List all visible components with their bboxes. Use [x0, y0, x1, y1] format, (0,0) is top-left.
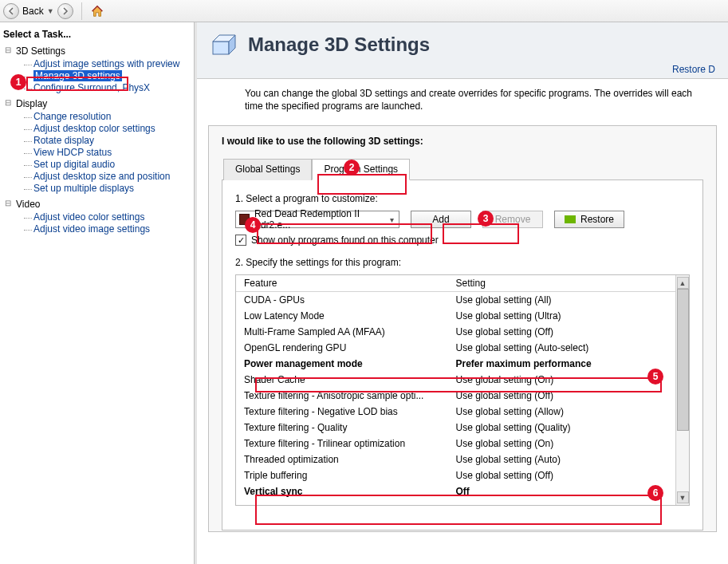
- settings-row[interactable]: Texture filtering - Anisotropic sample o…: [236, 388, 675, 404]
- settings-row[interactable]: Vertical syncOff: [236, 483, 675, 499]
- panel-title: I would like to use the following 3D set…: [222, 136, 703, 147]
- svg-rect-0: [213, 41, 229, 54]
- sidebar-item-desktop-size[interactable]: Adjust desktop size and position: [33, 171, 170, 182]
- program-select-value: Red Dead Redemption II (rdr2.e...: [254, 208, 385, 231]
- feature-cell: Vertical sync: [244, 486, 456, 497]
- sidebar-tree: 3D Settings Adjust image settings with p…: [2, 45, 192, 235]
- sidebar-group-video[interactable]: Video Adjust video color settings Adjust…: [5, 199, 192, 235]
- sidebar-item-rotate-display[interactable]: Rotate display: [33, 135, 94, 146]
- restore-button[interactable]: Restore: [554, 211, 624, 228]
- show-only-checkbox[interactable]: ✓: [235, 235, 246, 246]
- intro-text: You can change the global 3D settings an…: [197, 79, 728, 124]
- settings-row[interactable]: Threaded optimizationUse global setting …: [236, 452, 675, 467]
- remove-button: Remove: [482, 211, 543, 228]
- setting-cell: Use global setting (Allow): [456, 406, 668, 417]
- setting-cell: Use global setting (Auto): [456, 454, 668, 465]
- tab-body: 1. Select a program to customize: Red De…: [222, 179, 703, 530]
- col-feature: Feature: [244, 278, 456, 289]
- setting-cell: Use global setting (On): [456, 374, 668, 385]
- settings-row[interactable]: Triple bufferingUse global setting (Off): [236, 467, 675, 483]
- sidebar-group-label: Video: [16, 199, 40, 210]
- tab-global-settings[interactable]: Global Settings: [223, 159, 312, 180]
- settings-row[interactable]: Shader CacheUse global setting (On): [236, 372, 675, 388]
- page-title: Manage 3D Settings: [248, 34, 430, 56]
- scroll-thumb[interactable]: [677, 289, 689, 431]
- toolbar-separator: [81, 2, 82, 20]
- step1-label: 1. Select a program to customize:: [235, 193, 690, 204]
- settings-list: Feature Setting CUDA - GPUsUse global se…: [235, 274, 690, 506]
- back-button[interactable]: [3, 3, 19, 19]
- arrow-left-icon: [7, 7, 15, 15]
- content-pane: Manage 3D Settings Restore D You can cha…: [195, 22, 728, 564]
- feature-cell: CUDA - GPUs: [244, 294, 456, 306]
- setting-cell: Use global setting (Off): [456, 390, 668, 401]
- sidebar-group-display[interactable]: Display Change resolution Adjust desktop…: [5, 98, 192, 194]
- settings-list-header: Feature Setting: [236, 275, 675, 292]
- setting-cell: Use global setting (Auto-select): [456, 342, 668, 353]
- sidebar-item-video-color[interactable]: Adjust video color settings: [33, 211, 144, 223]
- sidebar-item-video-image[interactable]: Adjust video image settings: [33, 223, 150, 235]
- page-header: Manage 3D Settings Restore D: [197, 22, 728, 79]
- navigation-toolbar: Back ▼: [0, 0, 728, 22]
- back-dropdown-caret[interactable]: ▼: [47, 7, 54, 15]
- sidebar-item-manage-3d[interactable]: Manage 3D settings: [33, 70, 122, 81]
- program-icon: [239, 214, 250, 225]
- setting-cell: Prefer maximum performance: [456, 358, 668, 369]
- settings-row[interactable]: Texture filtering - QualityUse global se…: [236, 420, 675, 436]
- scroll-up-icon[interactable]: ▲: [677, 277, 689, 289]
- settings-panel: I would like to use the following 3D set…: [208, 125, 717, 532]
- settings-row[interactable]: Texture filtering - Trilinear optimizati…: [236, 436, 675, 452]
- feature-cell: Texture filtering - Negative LOD bias: [244, 406, 456, 417]
- sidebar-group-label: Display: [16, 98, 47, 109]
- scroll-down-icon[interactable]: ▼: [677, 491, 689, 503]
- feature-cell: Power management mode: [244, 358, 456, 369]
- program-select[interactable]: Red Dead Redemption II (rdr2.e... ▾: [235, 211, 399, 228]
- tab-program-settings[interactable]: Program Settings: [312, 159, 410, 180]
- restore-defaults-link[interactable]: Restore D: [672, 64, 715, 75]
- step2-label: 2. Specify the settings for this program…: [235, 257, 690, 268]
- settings-row[interactable]: Power management modePrefer maximum perf…: [236, 356, 675, 372]
- sidebar-item-surround[interactable]: Configure Surround, PhysX: [33, 82, 150, 93]
- sidebar-item-change-resolution[interactable]: Change resolution: [33, 111, 111, 122]
- setting-cell: Use global setting (On): [456, 438, 668, 449]
- setting-cell: Use global setting (Quality): [456, 422, 668, 433]
- settings-row[interactable]: Low Latency ModeUse global setting (Ultr…: [236, 308, 675, 324]
- feature-cell: Texture filtering - Trilinear optimizati…: [244, 438, 456, 449]
- back-label: Back: [22, 6, 44, 17]
- chevron-down-icon: ▾: [390, 215, 395, 224]
- feature-cell: Shader Cache: [244, 374, 456, 385]
- show-only-label: Show only programs found on this compute…: [251, 235, 439, 246]
- list-scrollbar[interactable]: ▲ ▼: [675, 275, 689, 505]
- scroll-track[interactable]: [677, 289, 689, 491]
- home-icon[interactable]: [90, 4, 104, 18]
- feature-cell: Multi-Frame Sampled AA (MFAA): [244, 326, 456, 337]
- sidebar-item-multiple-displays[interactable]: Set up multiple displays: [33, 183, 134, 194]
- task-sidebar: Select a Task... 3D Settings Adjust imag…: [0, 22, 195, 564]
- feature-cell: Texture filtering - Quality: [244, 422, 456, 433]
- nvidia-logo-icon: [565, 215, 576, 223]
- setting-cell: Use global setting (Ultra): [456, 310, 668, 321]
- sidebar-item-digital-audio[interactable]: Set up digital audio: [33, 159, 115, 170]
- arrow-right-icon: [61, 7, 69, 15]
- settings-row[interactable]: OpenGL rendering GPUUse global setting (…: [236, 340, 675, 356]
- col-setting: Setting: [456, 278, 668, 289]
- feature-cell: Triple buffering: [244, 470, 456, 481]
- settings-row[interactable]: CUDA - GPUsUse global setting (All): [236, 292, 675, 308]
- forward-button[interactable]: [57, 3, 73, 19]
- add-button[interactable]: Add: [411, 211, 471, 228]
- sidebar-item-desktop-color[interactable]: Adjust desktop color settings: [33, 123, 155, 134]
- tab-strip: Global Settings Program Settings: [223, 158, 703, 179]
- settings-row[interactable]: Multi-Frame Sampled AA (MFAA)Use global …: [236, 324, 675, 340]
- restore-button-label: Restore: [580, 214, 614, 225]
- sidebar-item-hdcp[interactable]: View HDCP status: [33, 147, 112, 158]
- setting-cell: Use global setting (Off): [456, 470, 668, 481]
- sidebar-group-3d[interactable]: 3D Settings Adjust image settings with p…: [5, 45, 192, 93]
- feature-cell: Threaded optimization: [244, 454, 456, 465]
- setting-cell: Off: [456, 486, 668, 497]
- setting-cell: Use global setting (Off): [456, 326, 668, 337]
- settings-row[interactable]: Texture filtering - Negative LOD biasUse…: [236, 404, 675, 420]
- feature-cell: Texture filtering - Anisotropic sample o…: [244, 390, 456, 401]
- sidebar-item-adjust-image[interactable]: Adjust image settings with preview: [33, 58, 179, 69]
- settings-cube-icon: [210, 30, 238, 59]
- setting-cell: Use global setting (All): [456, 294, 668, 306]
